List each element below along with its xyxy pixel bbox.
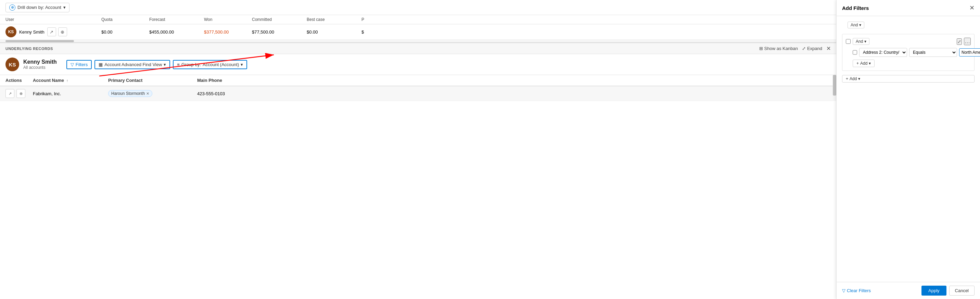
panel-more-button[interactable]: … (964, 38, 971, 45)
apply-button[interactable]: Apply (921, 286, 947, 296)
user-full-name: Kenny Smith (23, 59, 57, 65)
col-primary-contact: Primary Contact (108, 78, 197, 83)
expand-icon: ⤢ (802, 46, 806, 51)
row-navigate-icon[interactable]: ↗ (5, 89, 14, 98)
condition-checkbox[interactable] (853, 50, 857, 55)
committed-value: $77,500.00 (252, 29, 307, 35)
user-name: Kenny Smith (19, 29, 45, 35)
bottom-actions: Apply Cancel (921, 286, 975, 296)
account-name-header: Account Name (33, 78, 64, 83)
and-label: And (851, 22, 858, 27)
filter-and-badge[interactable]: And ▾ (853, 38, 869, 45)
horizontal-scrollbar[interactable] (0, 40, 836, 43)
panel-title: Add Filters (842, 5, 869, 11)
grid-icon: ▦ (99, 62, 103, 67)
remove-contact-icon[interactable]: ✕ (146, 91, 149, 96)
groupby-icon: ≡ (177, 62, 180, 67)
panel-maximize-button[interactable]: ⤢ (957, 38, 962, 45)
groupby-chevron-icon: ▾ (241, 62, 243, 67)
add-outer-button[interactable]: + Add ▾ (842, 75, 975, 83)
records-section: Actions Account Name ↑ Primary Contact M… (0, 75, 836, 101)
add-inner-chevron: ▾ (869, 61, 871, 66)
primary-contact-cell: Haroun Stormonth ✕ (108, 90, 197, 97)
col-committed: Committed (252, 17, 307, 22)
col-best-case: Best case (307, 17, 361, 22)
underlying-header: UNDERLYING RECORDS ⊞ Show as Kanban ⤢ Ex… (0, 43, 836, 54)
won-value: $377,500.00 (204, 29, 252, 35)
view-label: Account Advanced Find View (104, 62, 162, 67)
sort-icon[interactable]: ↑ (67, 78, 68, 83)
scroll-thumb[interactable] (5, 40, 74, 42)
underlying-close-button[interactable]: ✕ (826, 45, 831, 52)
add-inner-button[interactable]: + Add ▾ (853, 59, 875, 67)
show-as-kanban-button[interactable]: ⊞ Show as Kanban (759, 46, 798, 51)
add-outer-label: Add (850, 77, 857, 81)
table-row: ↗ ⊕ Fabrikam, Inc. Haroun Stormonth ✕ 42… (0, 86, 836, 101)
contact-name: Haroun Stormonth (111, 91, 145, 96)
filter-and-chevron: ▾ (864, 39, 866, 44)
col-actions: Actions (5, 78, 33, 83)
and-chevron-icon: ▾ (859, 22, 861, 27)
chevron-down-icon: ▾ (63, 5, 66, 10)
add-inner-label: Add (860, 61, 867, 66)
top-and-badge[interactable]: And ▾ (848, 22, 864, 29)
drill-down-label: Drill down by: Account (18, 5, 61, 10)
main-phone-value: 423-555-0103 (197, 91, 272, 96)
records-table-header: Actions Account Name ↑ Primary Contact M… (0, 75, 836, 86)
filter-row-top: And ▾ ⤢ … (846, 38, 971, 45)
view-selector-button[interactable]: ▦ Account Advanced Find View ▾ (94, 60, 170, 69)
col-forecast: Forecast (149, 17, 204, 22)
col-user: User (5, 17, 101, 22)
row-info-icon[interactable]: ⊕ (16, 89, 25, 98)
user-subtitle: All accounts (23, 65, 57, 70)
user-info-text: Kenny Smith All accounts (23, 59, 57, 70)
kanban-icon: ⊞ (759, 46, 763, 51)
contact-tag: Haroun Stormonth ✕ (108, 90, 152, 97)
col-extra (272, 78, 313, 83)
panel-close-button[interactable]: ✕ (969, 4, 975, 12)
groupby-value-label: Account (Account) (203, 62, 239, 67)
col-quota: Quota (101, 17, 149, 22)
filter-condition-row: Address 2: Country/Reg... Equals ⤢ (853, 48, 971, 57)
filter-group-outer: And ▾ ⤢ … Address 2: Country/Reg... Equa… (842, 34, 975, 71)
kanban-label: Show as Kanban (764, 46, 798, 51)
expand-label: Expand (807, 46, 822, 51)
filters-button[interactable]: ▽ Filters (67, 60, 92, 69)
view-chevron-icon: ▾ (164, 62, 166, 67)
target-icon[interactable]: ⊕ (58, 27, 67, 36)
col-won: Won (204, 17, 252, 22)
underlying-records-title: UNDERLYING RECORDS (5, 46, 53, 51)
filter-field-select[interactable]: Address 2: Country/Reg... (859, 48, 907, 57)
filter-group-checkbox[interactable] (846, 39, 851, 44)
drill-down-button[interactable]: ⊕ Drill down by: Account ▾ (5, 3, 70, 12)
quota-value: $0.00 (101, 29, 149, 35)
filters-label: Filters (76, 62, 88, 67)
add-outer-chevron: ▾ (858, 77, 860, 81)
clear-filters-button[interactable]: ▽ Clear Filters (842, 288, 871, 293)
expand-button[interactable]: ⤢ Expand (802, 46, 822, 51)
forecast-table-header: User Quota Forecast Won Committed Best c… (0, 15, 836, 24)
filter-and-label: And (856, 39, 863, 44)
user-info-row: KS Kenny Smith All accounts ▽ Filters ▦ … (0, 54, 836, 75)
forecast-value: $455,000.00 (149, 29, 204, 35)
avatar: KS (5, 26, 16, 37)
panel-bottom: ▽ Clear Filters Apply Cancel (837, 282, 980, 299)
groupby-label: Group by: (181, 62, 201, 67)
user-cell: KS Kenny Smith ↗ ⊕ (5, 26, 101, 37)
drill-down-icon: ⊕ (9, 5, 15, 11)
filter-value-input[interactable] (959, 48, 980, 56)
share-icon[interactable]: ↗ (47, 27, 56, 36)
user-avatar: KS (5, 58, 19, 71)
vertical-scrollbar[interactable] (833, 75, 836, 101)
clear-filter-icon: ▽ (842, 288, 845, 293)
col-p: P (361, 17, 389, 22)
filter-operator-select[interactable]: Equals (909, 48, 957, 57)
v-scroll-thumb[interactable] (833, 75, 836, 96)
account-name-value: Fabrikam, Inc. (33, 91, 108, 96)
filter-icon: ▽ (70, 62, 74, 67)
col-account-name: Account Name ↑ (33, 78, 108, 83)
cancel-button[interactable]: Cancel (949, 286, 975, 296)
col-main-phone: Main Phone (197, 78, 272, 83)
add-outer-icon: + (846, 77, 848, 81)
groupby-selector-button[interactable]: ≡ Group by: Account (Account) ▾ (173, 60, 247, 69)
